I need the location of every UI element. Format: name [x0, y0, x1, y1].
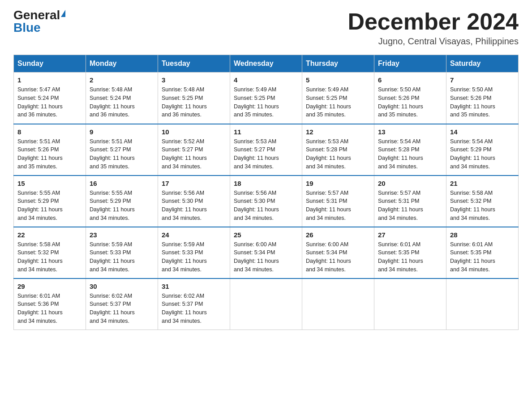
- calendar-cell: [446, 278, 519, 330]
- calendar-cell: 22Sunrise: 5:58 AMSunset: 5:32 PMDayligh…: [14, 227, 86, 278]
- calendar-cell: 23Sunrise: 5:59 AMSunset: 5:33 PMDayligh…: [86, 227, 158, 278]
- day-info: Sunrise: 5:49 AMSunset: 5:25 PMDaylight:…: [306, 86, 351, 118]
- calendar-cell: 8Sunrise: 5:51 AMSunset: 5:26 PMDaylight…: [14, 124, 86, 176]
- week-row-1: 1Sunrise: 5:47 AMSunset: 5:24 PMDaylight…: [14, 73, 519, 124]
- calendar-cell: 4Sunrise: 5:49 AMSunset: 5:25 PMDaylight…: [230, 73, 302, 124]
- calendar-cell: 19Sunrise: 5:57 AMSunset: 5:31 PMDayligh…: [302, 176, 374, 227]
- calendar-cell: 30Sunrise: 6:02 AMSunset: 5:37 PMDayligh…: [86, 278, 158, 330]
- day-info: Sunrise: 6:01 AMSunset: 5:35 PMDaylight:…: [450, 241, 495, 273]
- day-number: 7: [450, 76, 515, 84]
- day-number: 30: [90, 283, 154, 290]
- day-info: Sunrise: 5:56 AMSunset: 5:30 PMDaylight:…: [162, 190, 207, 221]
- day-info: Sunrise: 6:01 AMSunset: 5:35 PMDaylight:…: [378, 241, 423, 273]
- day-number: 6: [378, 76, 442, 84]
- day-number: 27: [378, 231, 442, 239]
- day-number: 13: [378, 128, 442, 136]
- day-number: 31: [162, 283, 226, 290]
- calendar-cell: 21Sunrise: 5:58 AMSunset: 5:32 PMDayligh…: [446, 176, 519, 227]
- location-title: Jugno, Central Visayas, Philippines: [348, 36, 519, 47]
- day-number: 14: [450, 128, 515, 136]
- calendar-cell: 13Sunrise: 5:54 AMSunset: 5:28 PMDayligh…: [374, 124, 446, 176]
- calendar-cell: 6Sunrise: 5:50 AMSunset: 5:26 PMDaylight…: [374, 73, 446, 124]
- day-info: Sunrise: 5:56 AMSunset: 5:30 PMDaylight:…: [234, 190, 279, 221]
- calendar-cell: 5Sunrise: 5:49 AMSunset: 5:25 PMDaylight…: [302, 73, 374, 124]
- day-number: 28: [450, 231, 515, 239]
- day-number: 22: [17, 231, 82, 239]
- calendar-cell: 12Sunrise: 5:53 AMSunset: 5:28 PMDayligh…: [302, 124, 374, 176]
- calendar-cell: 26Sunrise: 6:00 AMSunset: 5:34 PMDayligh…: [302, 227, 374, 278]
- day-info: Sunrise: 5:58 AMSunset: 5:32 PMDaylight:…: [450, 190, 495, 221]
- day-info: Sunrise: 5:48 AMSunset: 5:24 PMDaylight:…: [90, 86, 135, 118]
- day-info: Sunrise: 5:58 AMSunset: 5:32 PMDaylight:…: [17, 241, 63, 273]
- week-row-2: 8Sunrise: 5:51 AMSunset: 5:26 PMDaylight…: [14, 124, 519, 176]
- day-number: 16: [90, 180, 154, 187]
- calendar-table: SundayMondayTuesdayWednesdayThursdayFrid…: [13, 55, 519, 330]
- day-info: Sunrise: 5:49 AMSunset: 5:25 PMDaylight:…: [234, 86, 279, 118]
- day-number: 20: [378, 180, 442, 187]
- day-info: Sunrise: 5:59 AMSunset: 5:33 PMDaylight:…: [162, 241, 207, 273]
- day-number: 24: [162, 231, 226, 239]
- day-info: Sunrise: 5:50 AMSunset: 5:26 PMDaylight:…: [450, 86, 495, 118]
- calendar-cell: [302, 278, 374, 330]
- header-saturday: Saturday: [446, 55, 519, 73]
- day-info: Sunrise: 5:54 AMSunset: 5:28 PMDaylight:…: [378, 138, 423, 170]
- day-info: Sunrise: 5:51 AMSunset: 5:26 PMDaylight:…: [17, 138, 63, 170]
- day-number: 4: [234, 76, 298, 84]
- day-info: Sunrise: 5:53 AMSunset: 5:28 PMDaylight:…: [306, 138, 351, 170]
- calendar-cell: 2Sunrise: 5:48 AMSunset: 5:24 PMDaylight…: [86, 73, 158, 124]
- day-number: 2: [90, 76, 154, 84]
- day-number: 26: [306, 231, 370, 239]
- day-number: 18: [234, 180, 298, 187]
- calendar-cell: 16Sunrise: 5:55 AMSunset: 5:29 PMDayligh…: [86, 176, 158, 227]
- day-number: 23: [90, 231, 154, 239]
- day-number: 8: [17, 128, 82, 136]
- day-info: Sunrise: 6:02 AMSunset: 5:37 PMDaylight:…: [90, 293, 135, 324]
- calendar-cell: 17Sunrise: 5:56 AMSunset: 5:30 PMDayligh…: [158, 176, 230, 227]
- week-row-3: 15Sunrise: 5:55 AMSunset: 5:29 PMDayligh…: [14, 176, 519, 227]
- calendar-cell: 3Sunrise: 5:48 AMSunset: 5:25 PMDaylight…: [158, 73, 230, 124]
- page-header: General Blue December 2024 Jugno, Centra…: [13, 9, 519, 47]
- day-info: Sunrise: 6:02 AMSunset: 5:37 PMDaylight:…: [162, 293, 207, 324]
- calendar-cell: 10Sunrise: 5:52 AMSunset: 5:27 PMDayligh…: [158, 124, 230, 176]
- day-info: Sunrise: 6:00 AMSunset: 5:34 PMDaylight:…: [306, 241, 351, 273]
- week-row-5: 29Sunrise: 6:01 AMSunset: 5:36 PMDayligh…: [14, 278, 519, 330]
- header-wednesday: Wednesday: [230, 55, 302, 73]
- day-info: Sunrise: 5:54 AMSunset: 5:29 PMDaylight:…: [450, 138, 495, 170]
- calendar-cell: [374, 278, 446, 330]
- calendar-cell: 29Sunrise: 6:01 AMSunset: 5:36 PMDayligh…: [14, 278, 86, 330]
- day-info: Sunrise: 5:55 AMSunset: 5:29 PMDaylight:…: [17, 190, 63, 221]
- calendar-cell: 7Sunrise: 5:50 AMSunset: 5:26 PMDaylight…: [446, 73, 519, 124]
- day-number: 10: [162, 128, 226, 136]
- logo: General Blue: [13, 9, 65, 34]
- calendar-cell: 31Sunrise: 6:02 AMSunset: 5:37 PMDayligh…: [158, 278, 230, 330]
- day-info: Sunrise: 5:48 AMSunset: 5:25 PMDaylight:…: [162, 86, 207, 118]
- logo-general: General: [13, 9, 60, 21]
- day-info: Sunrise: 5:47 AMSunset: 5:24 PMDaylight:…: [17, 86, 63, 118]
- day-info: Sunrise: 5:59 AMSunset: 5:33 PMDaylight:…: [90, 241, 135, 273]
- calendar-cell: 9Sunrise: 5:51 AMSunset: 5:27 PMDaylight…: [86, 124, 158, 176]
- day-info: Sunrise: 5:51 AMSunset: 5:27 PMDaylight:…: [90, 138, 135, 170]
- day-number: 17: [162, 180, 226, 187]
- day-number: 1: [17, 76, 82, 84]
- day-info: Sunrise: 5:50 AMSunset: 5:26 PMDaylight:…: [378, 86, 423, 118]
- day-number: 29: [17, 283, 82, 290]
- week-row-4: 22Sunrise: 5:58 AMSunset: 5:32 PMDayligh…: [14, 227, 519, 278]
- day-number: 5: [306, 76, 370, 84]
- header-tuesday: Tuesday: [158, 55, 230, 73]
- title-block: December 2024 Jugno, Central Visayas, Ph…: [348, 9, 519, 47]
- calendar-cell: 11Sunrise: 5:53 AMSunset: 5:27 PMDayligh…: [230, 124, 302, 176]
- day-number: 12: [306, 128, 370, 136]
- logo-blue: Blue: [13, 21, 41, 34]
- calendar-cell: 1Sunrise: 5:47 AMSunset: 5:24 PMDaylight…: [14, 73, 86, 124]
- calendar-cell: 18Sunrise: 5:56 AMSunset: 5:30 PMDayligh…: [230, 176, 302, 227]
- day-number: 21: [450, 180, 515, 187]
- day-number: 11: [234, 128, 298, 136]
- day-info: Sunrise: 5:52 AMSunset: 5:27 PMDaylight:…: [162, 138, 207, 170]
- calendar-cell: 24Sunrise: 5:59 AMSunset: 5:33 PMDayligh…: [158, 227, 230, 278]
- month-title: December 2024: [348, 9, 519, 34]
- day-number: 25: [234, 231, 298, 239]
- calendar-cell: 20Sunrise: 5:57 AMSunset: 5:31 PMDayligh…: [374, 176, 446, 227]
- header-friday: Friday: [374, 55, 446, 73]
- calendar-cell: [230, 278, 302, 330]
- day-number: 9: [90, 128, 154, 136]
